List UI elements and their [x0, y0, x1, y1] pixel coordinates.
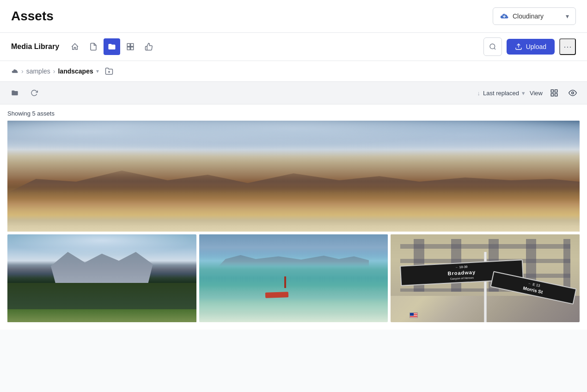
svg-rect-3	[131, 47, 134, 50]
svg-rect-2	[127, 47, 130, 50]
svg-rect-11	[551, 94, 553, 96]
image-row: ← 10-30 Broadway Canyon of Heroes ← E 13…	[7, 234, 580, 322]
sort-bar-left	[7, 86, 42, 100]
svg-rect-9	[551, 90, 553, 92]
cloud-overlay	[7, 121, 580, 176]
breadcrumb-landscapes[interactable]: landscapes	[58, 67, 93, 75]
sort-dropdown[interactable]: ↓ Last replaced ▾	[477, 90, 525, 97]
rock-face	[45, 252, 159, 287]
folder-nav-button[interactable]	[104, 38, 120, 55]
boat-mast	[284, 276, 286, 288]
upload-button[interactable]: Upload	[507, 39, 555, 55]
sort-arrow-icon: ↓	[477, 90, 480, 97]
ocean-sky	[199, 234, 388, 261]
view-options-button[interactable]	[566, 86, 580, 100]
boat	[265, 292, 288, 298]
sort-label: Last replaced	[483, 90, 519, 97]
image-ocean[interactable]	[199, 234, 388, 322]
sort-bar: ↓ Last replaced ▾ View	[0, 82, 587, 104]
asset-count: Showing 5 assets	[0, 104, 587, 121]
breadcrumb: › samples › landscapes ▾	[0, 61, 587, 82]
folder-toggle-button[interactable]	[7, 86, 22, 100]
mountain-silhouette	[7, 165, 580, 193]
top-header: Assets Cloudinary ▾	[0, 0, 587, 33]
media-library-title: Media Library	[11, 43, 59, 51]
image-forest[interactable]	[7, 234, 196, 322]
svg-rect-0	[127, 43, 130, 46]
image-grid: ← 10-30 Broadway Canyon of Heroes ← E 13…	[0, 121, 587, 330]
file-nav-button[interactable]	[85, 38, 102, 55]
sort-chevron-icon: ▾	[522, 90, 525, 97]
upload-label: Upload	[526, 43, 546, 50]
media-library-toolbar: Media Library	[0, 33, 587, 61]
layers-nav-button[interactable]	[122, 38, 139, 55]
breadcrumb-root[interactable]	[11, 67, 18, 75]
svg-rect-12	[555, 94, 557, 96]
more-icon: ⋯	[563, 42, 572, 52]
page-title: Assets	[11, 9, 54, 24]
cloudinary-selector[interactable]: Cloudinary ▾	[493, 7, 576, 25]
toolbar-right: Upload ⋯	[483, 37, 576, 56]
breadcrumb-sep-1: ›	[21, 67, 24, 75]
breadcrumb-samples[interactable]: samples	[26, 67, 50, 75]
content-area: ↓ Last replaced ▾ View	[0, 82, 587, 392]
sort-bar-right: ↓ Last replaced ▾ View	[477, 86, 580, 100]
breadcrumb-sep-2: ›	[53, 67, 55, 75]
breadcrumb-add-folder-button[interactable]	[104, 66, 115, 77]
search-button[interactable]	[483, 37, 502, 56]
svg-point-4	[490, 44, 495, 49]
image-street[interactable]: ← 10-30 Broadway Canyon of Heroes ← E 13…	[391, 234, 580, 322]
chevron-down-icon: ▾	[566, 12, 569, 20]
more-options-button[interactable]: ⋯	[559, 38, 576, 55]
svg-rect-10	[555, 90, 557, 92]
grid-view-button[interactable]	[547, 86, 561, 100]
breadcrumb-dropdown-icon[interactable]: ▾	[96, 68, 99, 74]
flag	[410, 312, 418, 318]
home-nav-button[interactable]	[67, 38, 83, 55]
image-panorama[interactable]	[7, 121, 580, 232]
asset-count-label: Showing 5 assets	[7, 110, 55, 117]
cloudinary-label: Cloudinary	[513, 12, 544, 20]
svg-line-5	[494, 48, 495, 49]
toolbar-left: Media Library	[11, 38, 157, 55]
svg-point-13	[572, 92, 574, 94]
refresh-button[interactable]	[27, 86, 42, 100]
cloudinary-logo-icon	[500, 12, 509, 21]
view-label: View	[530, 90, 543, 97]
ground	[7, 309, 196, 323]
favorites-nav-button[interactable]	[141, 38, 157, 55]
svg-rect-1	[131, 43, 134, 46]
